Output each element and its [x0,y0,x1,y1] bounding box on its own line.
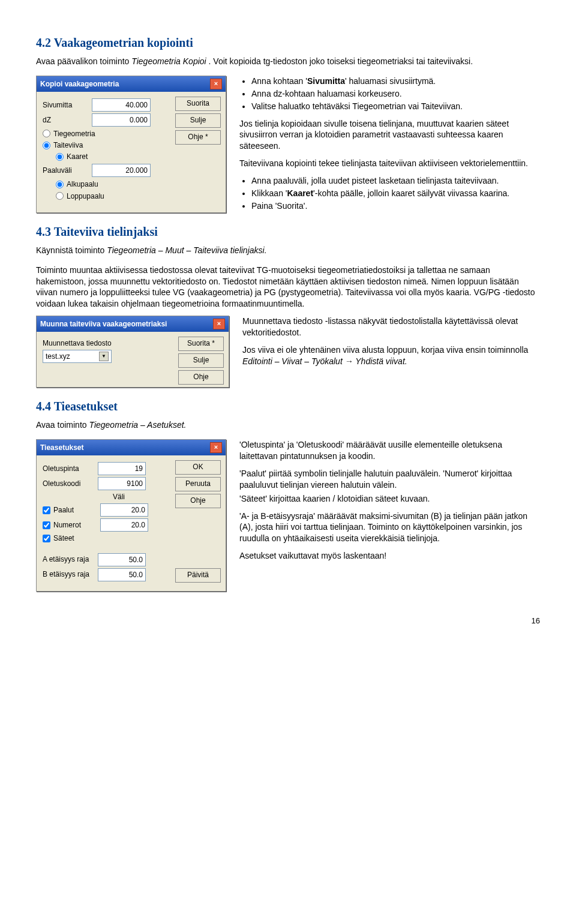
para-43-2-a: Jos viiva ei ole yhtenäinen viiva alusta… [242,345,528,355]
sulje-button[interactable]: Sulje [178,353,224,368]
input-b-etaisyys-raja[interactable] [98,568,146,581]
para-44-2b: 'Säteet' kirjoittaa kaarien / klotoidian… [239,493,540,505]
select-muunnettava-tiedosto[interactable]: test.xyz ▼ [43,350,112,363]
label-oletuspinta: Oletuspinta [43,464,98,473]
heading-4-4: 4.4 Tieasetukset [36,398,540,415]
radio-loppupaalu[interactable] [56,192,64,200]
dialog2-titlebar: Muunna taiteviiva vaakageometriaksi × [37,316,229,332]
text-block-4-2: Anna kohtaan 'Sivumitta' haluamasi sivus… [239,76,540,213]
bullet-42-5: Klikkaan 'Kaaret'-kohta päälle, jolloin … [251,188,540,199]
input-paalut[interactable] [100,503,148,517]
intro-4-4-a: Avaa toiminto [36,420,89,430]
label-oletuskoodi: Oletuskoodi [43,479,98,488]
sulje-button[interactable]: Sulje [175,113,221,128]
bullet-42-2: Anna dz-kohtaan haluamasi korkeusero. [251,88,540,100]
checkbox-sateet[interactable] [43,535,50,542]
body-4-3: Toiminto muuntaa aktiivisessa tiedostoss… [36,265,540,310]
radio-alkupaalu[interactable] [56,181,64,188]
label-kaaret: Kaaret [67,152,88,161]
bullet-42-5-b: Kaaret [287,188,313,198]
input-sivumitta[interactable] [92,98,151,112]
intro-4-4: Avaa toiminto Tiegeometria – Asetukset. [36,419,540,431]
intro-4-2-a: Avaa päävalikon toiminto [36,56,131,66]
close-icon[interactable]: × [210,79,222,89]
para-43-2-b: Editointi – Viivat – Työkalut → Yhdistä … [242,356,407,366]
heading-4-3: 4.3 Taiteviiva tielinjaksi [36,224,540,240]
ohje-button[interactable]: Ohje [175,494,221,508]
intro-4-3: Käynnistä toiminto Tiegeometria – Muut –… [36,245,540,256]
dialog2-title-text: Muunna taiteviiva vaakageometriaksi [40,319,167,329]
bullet-42-3: Valitse haluatko tehtäväksi Tiegeometria… [251,101,540,112]
suorita-button[interactable]: Suorita * [178,337,224,351]
heading-4-2: 4.2 Vaakageometrian kopiointi [36,35,540,51]
chevron-down-icon: ▼ [99,352,109,361]
bullet-42-1-b: Sivumitta [307,76,345,86]
label-alkupaalu: Alkupaalu [67,179,98,189]
bullet-42-5-c: '-kohta päälle, jolloin kaaret säilyvät … [313,188,509,198]
label-tiegeometria: Tiegeometria [53,129,95,139]
ohje-button[interactable]: Ohje * [175,130,221,145]
input-numerot[interactable] [100,518,148,532]
intro-4-2: Avaa päävalikon toiminto Tiegeometria Ko… [36,56,540,67]
select-value: test.xyz [46,352,70,361]
label-sateet: Säteet [53,533,100,543]
para-44-3: 'A- ja B-etäisyysraja' määräävät maksimi… [239,511,540,545]
page-number: 16 [36,616,540,626]
label-paaluvali: Paaluväli [43,166,92,175]
para-42-2: Taiteviivana kopiointi tekee tielinjasta… [239,158,540,169]
close-icon[interactable]: × [210,442,222,453]
suorita-button[interactable]: Suorita [175,97,221,111]
intro-4-4-b: Tiegeometria – Asetukset. [89,420,186,430]
dialog1-title-text: Kopioi vaakageometria [40,79,119,89]
radio-kaaret[interactable] [56,153,64,161]
input-oletuskoodi[interactable] [98,477,146,490]
dialog-tieasetukset: Tieasetukset × OK Peruuta Ohje Päivitä O… [36,439,226,592]
label-paalut: Paalut [53,505,100,515]
ohje-button[interactable]: Ohje [178,370,224,385]
label-numerot: Numerot [53,520,100,530]
text-block-4-3: Muunnettava tiedosto -listassa näkyvät t… [242,316,540,388]
label-b-etaisyys-raja: B etäisyys raja [43,569,98,579]
radio-tiegeometria[interactable] [43,130,50,137]
para-43-2: Jos viiva ei ole yhtenäinen viiva alusta… [242,344,540,367]
label-vali: Väli [98,492,140,502]
para-44-2: 'Paalut' piirtää symbolin tielinjalle ha… [239,468,540,491]
label-loppupaalu: Loppupaalu [67,191,104,201]
close-icon[interactable]: × [213,319,225,329]
label-dz: dZ [43,115,92,125]
ok-button[interactable]: OK [175,460,221,475]
intro-4-3-b: Tiegeometria – Muut – Taiteviiva tielinj… [107,245,266,255]
checkbox-numerot[interactable] [43,521,50,529]
input-oletuspinta[interactable] [98,462,146,475]
peruuta-button[interactable]: Peruuta [175,477,221,491]
input-a-etaisyys-raja[interactable] [98,553,146,566]
dialog3-title-text: Tieasetukset [40,443,84,452]
dialog-muunna-taiteviiva: Muunna taiteviiva vaakageometriaksi × Su… [36,316,229,388]
text-block-4-4: 'Oletuspinta' ja 'Oletuskoodi' määräävät… [239,439,540,592]
input-dz[interactable] [92,113,151,127]
radio-taiteviiva[interactable] [43,142,50,149]
label-muunnettava-tiedosto: Muunnettava tiedosto [43,338,112,348]
bullet-42-1: Anna kohtaan 'Sivumitta' haluamasi sivus… [251,76,540,87]
label-taiteviiva: Taiteviiva [53,140,83,150]
label-sivumitta: Sivumitta [43,100,92,110]
bullet-42-6: Paina 'Suorita'. [251,200,540,212]
checkbox-paalut[interactable] [43,506,50,514]
dialog3-titlebar: Tieasetukset × [37,440,226,455]
dialog1-titlebar: Kopioi vaakageometria × [37,76,226,92]
para-44-1: 'Oletuspinta' ja 'Oletuskoodi' määräävät… [239,439,540,462]
intro-4-2-c: . Voit kopioida tg-tiedoston joko toisek… [209,56,473,66]
paivita-button[interactable]: Päivitä [175,568,221,583]
bullet-42-1-c: ' haluamasi sivusiirtymä. [345,76,436,86]
intro-4-2-b: Tiegeometria Kopioi [131,56,206,66]
bullet-42-5-a: Klikkaan ' [251,188,287,198]
label-a-etaisyys-raja: A etäisyys raja [43,554,98,564]
dialog-kopioi-vaakageometria: Kopioi vaakageometria × Suorita Sulje Oh… [36,76,226,213]
bullet-42-1-a: Anna kohtaan ' [251,76,307,86]
intro-4-3-a: Käynnistä toiminto [36,245,107,255]
para-44-4: Asetukset vaikuttavat myös laskentaan! [239,550,540,562]
para-42-1: Jos tielinja kopioidaan sivulle toisena … [239,118,540,152]
bullet-42-4: Anna paaluväli, jolla uudet pisteet lask… [251,175,540,187]
para-43-1: Muunnettava tiedosto -listassa näkyvät t… [242,316,540,338]
input-paaluvali[interactable] [92,164,151,177]
